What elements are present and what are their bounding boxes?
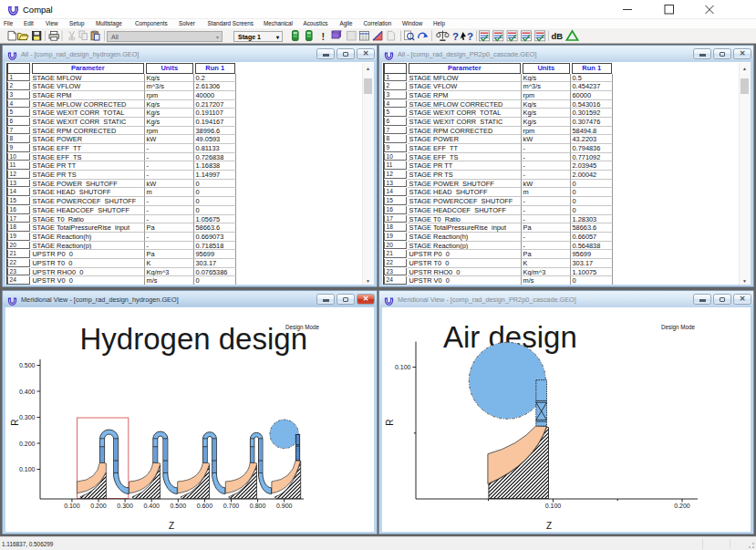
- svg-text:0.200: 0.200: [19, 441, 36, 447]
- svg-text:0.600: 0.600: [197, 503, 213, 509]
- svg-text:0.500: 0.500: [19, 362, 36, 368]
- svg-text:0.100: 0.100: [395, 364, 411, 370]
- svg-text:Z: Z: [169, 521, 174, 531]
- svg-text:0.100: 0.100: [64, 503, 80, 509]
- svg-text:0.200: 0.200: [674, 503, 690, 509]
- svg-text:0.800: 0.800: [250, 503, 266, 509]
- svg-text:Hydrogen design: Hydrogen design: [80, 322, 308, 356]
- svg-text:0.500: 0.500: [171, 503, 187, 509]
- svg-text:dB: dB: [552, 31, 564, 41]
- svg-text:Design Mode: Design Mode: [285, 324, 320, 331]
- svg-text:0.700: 0.700: [223, 503, 240, 509]
- svg-text:0.400: 0.400: [19, 389, 36, 395]
- svg-text:0.400: 0.400: [143, 503, 160, 509]
- svg-text:0.100: 0.100: [19, 466, 36, 472]
- svg-text:R: R: [385, 419, 395, 425]
- svg-text:?: ?: [452, 31, 459, 42]
- svg-text:Z: Z: [546, 521, 552, 531]
- svg-text:0.100: 0.100: [545, 503, 562, 509]
- svg-text:0.900: 0.900: [276, 503, 293, 509]
- svg-text:0.300: 0.300: [117, 503, 133, 509]
- svg-text:0.200: 0.200: [90, 503, 107, 509]
- svg-text:Design Mode: Design Mode: [661, 324, 696, 331]
- svg-text:?: ?: [467, 31, 473, 42]
- svg-text:R: R: [10, 419, 20, 425]
- svg-text:!: !: [322, 31, 326, 42]
- svg-text:0.300: 0.300: [19, 414, 36, 420]
